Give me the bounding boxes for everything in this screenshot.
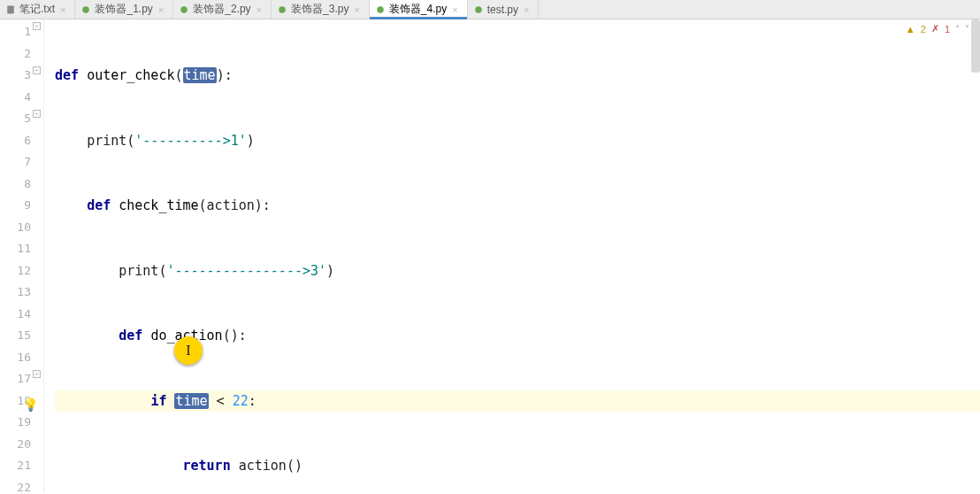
- line-number: 13: [0, 282, 31, 304]
- line-number: 16: [0, 347, 31, 369]
- selected-token: time: [174, 393, 208, 409]
- code-line: print('---------->1'): [55, 130, 980, 152]
- line-number: 7: [0, 151, 31, 174]
- line-number: 15: [0, 325, 31, 347]
- text-caret-icon: I: [186, 340, 190, 362]
- line-number: 20: [0, 434, 31, 456]
- line-number: 22: [0, 477, 31, 495]
- python-file-icon: [277, 4, 287, 15]
- line-number: 12: [0, 260, 31, 282]
- highlighted-occurrence: time: [183, 67, 217, 83]
- line-number: 3: [0, 65, 31, 87]
- python-file-icon: [375, 4, 386, 15]
- tab-label: 笔记.txt: [19, 2, 55, 17]
- editor-area: 1 2 3 4 5 6 7 8 9 10 11 12 13 14 15 16 1…: [0, 19, 980, 493]
- close-icon[interactable]: ×: [354, 4, 359, 15]
- line-number: 14: [0, 304, 31, 326]
- fold-toggle[interactable]: -: [33, 66, 41, 74]
- code-area[interactable]: def outer_check(time): print('----------…: [44, 19, 980, 493]
- line-number: 1: [0, 21, 31, 43]
- line-number: 6: [0, 130, 31, 152]
- lightbulb-icon[interactable]: 💡: [23, 394, 38, 416]
- close-icon[interactable]: ×: [60, 4, 65, 15]
- code-line: return action(): [55, 455, 980, 477]
- line-number: 5: [0, 108, 31, 130]
- text-file-icon: [5, 4, 16, 15]
- line-number: 9: [0, 195, 31, 217]
- tab-label: 装饰器_1.py: [95, 2, 152, 17]
- tab-notes[interactable]: 笔记.txt ×: [0, 0, 75, 19]
- tab-label: 装饰器_2.py: [193, 2, 250, 17]
- svg-point-3: [279, 6, 286, 13]
- line-number: 11: [0, 238, 31, 260]
- code-line: 💡 if time < 22:: [55, 390, 980, 413]
- line-number: 8: [0, 174, 31, 196]
- code-line: print('---------------->3'): [55, 260, 980, 282]
- code-line: def check_time(action):: [55, 195, 980, 217]
- line-number: 10: [0, 217, 31, 239]
- code-line: def outer_check(time):: [55, 65, 980, 87]
- tab-decorator-4[interactable]: 装饰器_4.py ×: [370, 0, 468, 19]
- tab-test[interactable]: test.py ×: [468, 0, 540, 19]
- svg-point-2: [181, 6, 188, 13]
- tab-label: 装饰器_3.py: [291, 2, 348, 17]
- tab-decorator-2[interactable]: 装饰器_2.py ×: [173, 0, 272, 19]
- close-icon[interactable]: ×: [524, 4, 529, 15]
- fold-toggle[interactable]: -: [33, 22, 41, 30]
- svg-point-4: [377, 6, 384, 13]
- close-icon[interactable]: ×: [158, 4, 164, 15]
- gutter: 1 2 3 4 5 6 7 8 9 10 11 12 13 14 15 16 1…: [0, 19, 44, 493]
- editor-tabs: 笔记.txt × 装饰器_1.py × 装饰器_2.py × 装饰器_3.py …: [0, 0, 980, 19]
- fold-toggle[interactable]: -: [33, 110, 41, 118]
- svg-point-1: [83, 6, 90, 13]
- tab-decorator-3[interactable]: 装饰器_3.py ×: [272, 0, 370, 19]
- line-number: 17: [0, 368, 31, 390]
- close-icon[interactable]: ×: [452, 4, 457, 15]
- svg-rect-0: [7, 5, 14, 13]
- line-number: 2: [0, 43, 31, 66]
- tab-label: 装饰器_4.py: [389, 2, 447, 17]
- svg-point-5: [475, 6, 482, 13]
- line-number: 21: [0, 455, 31, 477]
- close-icon[interactable]: ×: [256, 4, 262, 15]
- python-file-icon: [473, 4, 484, 15]
- line-number: 4: [0, 87, 31, 109]
- tab-decorator-1[interactable]: 装饰器_1.py ×: [75, 0, 173, 19]
- python-file-icon: [80, 4, 91, 15]
- python-file-icon: [179, 4, 189, 15]
- tab-label: test.py: [487, 4, 518, 16]
- cursor-highlight: I: [174, 336, 203, 365]
- fold-toggle[interactable]: -: [33, 370, 41, 378]
